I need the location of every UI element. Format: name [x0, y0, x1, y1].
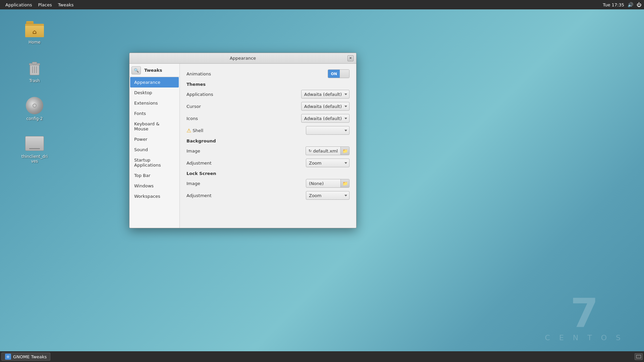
background-adjustment-dropdown[interactable]: Zoom: [306, 159, 350, 167]
volume-icon[interactable]: 🔊: [628, 2, 633, 7]
drive-icon-label: thinclient_drives: [21, 154, 48, 164]
trash-icon-image: [25, 58, 44, 77]
lockscreen-adjustment-row: Adjustment Zoom: [186, 191, 350, 200]
drive-icon[interactable]: thinclient_drives: [19, 133, 50, 165]
cd-icon[interactable]: config-2: [19, 95, 50, 122]
sidebar-item-extensions[interactable]: Extensions: [130, 98, 179, 108]
cursor-theme-row: Cursor Adwaita (default): [186, 102, 350, 111]
cd-icon-label: config-2: [26, 116, 43, 121]
cursor-theme-label: Cursor: [186, 104, 201, 109]
icons-theme-arrow: [344, 118, 347, 119]
centos-version: 7: [545, 293, 624, 334]
lockscreen-adjustment-value: Zoom: [309, 193, 321, 198]
shell-warning-icon: ⚠: [186, 127, 191, 134]
sidebar-item-keyboard-mouse[interactable]: Keyboard & Mouse: [130, 119, 179, 134]
background-adjustment-arrow: [344, 162, 347, 164]
top-panel: Applications Places Tweaks Tue 17:35 🔊 ⏻: [0, 0, 644, 9]
taskbar: ⚙ GNOME Tweaks: [0, 351, 644, 362]
sidebar-item-windows[interactable]: Windows: [130, 181, 179, 191]
cursor-theme-dropdown[interactable]: Adwaita (default): [301, 102, 350, 111]
applications-theme-value: Adwaita (default): [304, 92, 342, 97]
shell-theme-label: Shell: [193, 128, 203, 133]
lockscreen-image-row: Image (None) 📁: [186, 179, 350, 188]
centos-name: C E N T O S: [545, 334, 624, 342]
taskbar-app-button[interactable]: ⚙ GNOME Tweaks: [1, 353, 50, 361]
home-icon-label: Home: [29, 40, 40, 45]
lockscreen-image-text: (None): [306, 181, 340, 186]
background-adjustment-value: Zoom: [309, 161, 321, 166]
trash-icon[interactable]: Trash: [19, 57, 50, 84]
background-image-text: ↻ default.xml: [306, 148, 340, 154]
sidebar-item-workspaces[interactable]: Workspaces: [130, 191, 179, 201]
centos-watermark: 7 C E N T O S: [545, 293, 624, 342]
sidebar-item-power[interactable]: Power: [130, 134, 179, 144]
applications-theme-dropdown[interactable]: Adwaita (default): [301, 90, 350, 99]
lockscreen-adjustment-arrow: [344, 195, 347, 196]
svg-rect-2: [32, 62, 37, 64]
sidebar: 🔍 Tweaks Appearance Desktop Extensions F…: [129, 64, 180, 228]
animations-toggle[interactable]: ON: [328, 69, 350, 78]
background-image-browse-btn[interactable]: 📁: [340, 147, 349, 155]
background-image-picker[interactable]: ↻ default.xml 📁: [306, 146, 350, 155]
icons-theme-dropdown[interactable]: Adwaita (default): [301, 114, 350, 123]
lockscreen-image-value: (None): [309, 181, 324, 186]
sidebar-item-fonts[interactable]: Fonts: [130, 108, 179, 119]
taskbar-right: [635, 353, 643, 360]
sidebar-title: Tweaks: [141, 66, 165, 75]
tweaks-menu[interactable]: Tweaks: [55, 2, 76, 8]
trash-icon-label: Trash: [29, 78, 40, 83]
toggle-off-part: [340, 70, 349, 78]
taskbar-app-icon: ⚙: [5, 354, 11, 360]
home-folder-image: ⌂: [25, 20, 44, 39]
shell-theme-row: ⚠ Shell: [186, 126, 350, 135]
lockscreen-image-picker[interactable]: (None) 📁: [306, 179, 350, 188]
applications-menu[interactable]: Applications: [3, 2, 35, 8]
background-image-value: default.xml: [313, 148, 338, 154]
drive-icon-image: [25, 134, 44, 153]
content-area: Animations ON Themes Applications Adwait…: [180, 64, 356, 228]
tweaks-dialog: Appearance ✕ 🔍 Tweaks Appearance Desktop…: [129, 53, 357, 228]
taskbar-window-inner: [636, 355, 641, 358]
home-icon[interactable]: ⌂ Home: [19, 18, 50, 46]
toggle-on-part: ON: [328, 70, 340, 78]
applications-theme-arrow: [344, 94, 347, 95]
background-adjustment-label: Adjustment: [186, 161, 212, 166]
icons-theme-row: Icons Adwaita (default): [186, 114, 350, 123]
icons-theme-value: Adwaita (default): [304, 116, 342, 121]
sidebar-item-appearance[interactable]: Appearance: [130, 77, 179, 87]
search-button[interactable]: 🔍: [131, 66, 141, 74]
animations-label: Animations: [186, 71, 211, 76]
clock: Tue 17:35: [603, 2, 624, 7]
sidebar-item-topbar[interactable]: Top Bar: [130, 170, 179, 181]
shell-theme-dropdown[interactable]: [306, 126, 350, 135]
lockscreen-image-label: Image: [186, 181, 200, 186]
applications-theme-row: Applications Adwaita (default): [186, 89, 350, 99]
lockscreen-image-browse-btn[interactable]: 📁: [340, 179, 349, 187]
lockscreen-header: Lock Screen: [186, 171, 350, 176]
cd-icon-image: [25, 96, 44, 115]
power-icon[interactable]: ⏻: [637, 2, 641, 7]
background-image-label: Image: [186, 148, 200, 154]
applications-theme-label: Applications: [186, 92, 213, 97]
themes-header: Themes: [186, 82, 350, 87]
taskbar-window-button[interactable]: [635, 353, 643, 360]
sidebar-item-desktop[interactable]: Desktop: [130, 87, 179, 98]
sidebar-search-area: 🔍 Tweaks: [129, 64, 179, 77]
top-panel-left: Applications Places Tweaks: [3, 2, 76, 8]
sidebar-item-startup[interactable]: Startup Applications: [130, 155, 179, 170]
animations-row: Animations ON: [186, 69, 350, 78]
top-panel-right: Tue 17:35 🔊 ⏻: [603, 2, 641, 7]
background-image-row: Image ↻ default.xml 📁: [186, 146, 350, 156]
sidebar-item-sound[interactable]: Sound: [130, 144, 179, 155]
dialog-title: Appearance: [230, 56, 256, 61]
sync-icon: ↻: [309, 149, 312, 153]
icons-theme-label: Icons: [186, 116, 198, 121]
shell-label-area: ⚠ Shell: [186, 127, 203, 134]
cursor-theme-value: Adwaita (default): [304, 104, 342, 109]
background-header: Background: [186, 138, 350, 143]
places-menu[interactable]: Places: [35, 2, 54, 8]
dialog-titlebar: Appearance ✕: [129, 53, 356, 64]
lockscreen-adjustment-dropdown[interactable]: Zoom: [306, 191, 350, 200]
dialog-body: 🔍 Tweaks Appearance Desktop Extensions F…: [129, 64, 356, 228]
dialog-close-button[interactable]: ✕: [347, 55, 354, 61]
